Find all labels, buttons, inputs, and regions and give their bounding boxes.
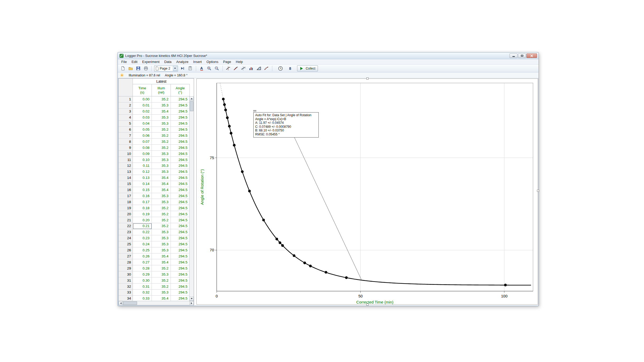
table-cell[interactable]: 35.3 [152, 229, 171, 235]
menu-options[interactable]: Options [204, 59, 221, 65]
horizontal-scroll-thumb[interactable] [123, 301, 137, 305]
scroll-up-button[interactable] [189, 96, 194, 101]
table-cell[interactable]: 294.5 [171, 290, 189, 296]
open-button[interactable] [127, 65, 134, 72]
table-cell[interactable]: 0.08 [133, 145, 152, 151]
table-cell[interactable]: 294.5 [171, 247, 189, 253]
next-page-button[interactable] [179, 65, 186, 72]
table-cell[interactable]: 0.07 [133, 139, 152, 145]
scroll-left-button[interactable] [119, 301, 123, 305]
menu-experiment[interactable]: Experiment [140, 59, 162, 65]
page-selector[interactable]: Page 2 [154, 66, 178, 71]
table-cell[interactable]: 294.5 [171, 271, 189, 277]
table-cell[interactable]: 294.5 [171, 235, 189, 241]
table-cell[interactable]: 35.3 [152, 271, 171, 277]
table-cell[interactable]: 0.04 [133, 121, 152, 127]
print-button[interactable] [142, 65, 149, 72]
table-cell[interactable]: 0.01 [133, 102, 152, 109]
vertical-scroll-thumb[interactable] [190, 101, 193, 111]
table-cell[interactable]: 294.5 [171, 217, 189, 223]
table-cell[interactable]: 35.2 [152, 139, 171, 145]
table-cell[interactable]: 0.30 [133, 277, 152, 283]
table-cell[interactable]: 294.5 [171, 296, 189, 301]
table-cell[interactable]: 35.2 [152, 223, 171, 229]
menu-file[interactable]: File [119, 59, 129, 65]
table-cell[interactable]: 0.03 [133, 115, 152, 121]
interface-button[interactable]: 8 [287, 65, 294, 72]
table-cell[interactable]: 0.16 [133, 193, 152, 199]
table-cell[interactable]: 0.19 [133, 211, 152, 217]
menu-insert[interactable]: Insert [191, 59, 204, 65]
data-browser-button[interactable] [187, 65, 194, 72]
table-cell[interactable]: 35.2 [152, 96, 171, 102]
fit-results-box[interactable]: Auto Fit for: Data Set | Angle of Rotati… [253, 112, 319, 138]
table-cell[interactable]: 35.3 [152, 247, 171, 253]
run-header[interactable]: Latest [133, 79, 190, 84]
table-cell[interactable]: 35.3 [152, 193, 171, 199]
table-cell[interactable]: 0.23 [133, 235, 152, 241]
table-cell[interactable]: 35.2 [152, 145, 171, 151]
table-cell[interactable]: 294.5 [171, 127, 189, 133]
table-horizontal-scrollbar[interactable] [119, 301, 194, 305]
table-cell[interactable]: 0.32 [133, 290, 152, 296]
table-cell[interactable]: 35.4 [152, 187, 171, 193]
table-cell[interactable]: 35.3 [152, 157, 171, 163]
table-cell[interactable]: 35.3 [152, 290, 171, 296]
title-bar[interactable]: Logger Pro - Sucrose kinetics 6M HCl 20p… [118, 52, 539, 59]
table-cell[interactable]: 0.33 [133, 296, 152, 301]
table-cell[interactable]: 294.5 [171, 163, 189, 169]
scroll-down-button[interactable] [189, 297, 194, 301]
table-cell[interactable]: 294.5 [171, 139, 189, 145]
table-cell[interactable]: 294.5 [171, 187, 189, 193]
table-cell[interactable]: 294.5 [171, 109, 189, 115]
table-cell[interactable]: 35.4 [152, 181, 171, 187]
table-cell[interactable]: 0.25 [133, 247, 152, 253]
data-table[interactable]: Latest Time (s) Illum (rel) Angle (°) 10… [118, 78, 194, 305]
table-cell[interactable]: 35.2 [152, 205, 171, 211]
table-cell[interactable]: 0.11 [133, 163, 152, 169]
scroll-track[interactable] [137, 301, 190, 305]
page-selector-dropdown-button[interactable] [173, 66, 177, 71]
table-cell[interactable]: 294.5 [171, 277, 189, 283]
table-cell[interactable]: 294.5 [171, 253, 189, 260]
table-cell[interactable]: 0.31 [133, 283, 152, 290]
table-cell[interactable]: 35.4 [152, 109, 171, 115]
table-cell[interactable]: 35.4 [152, 253, 171, 260]
table-cell[interactable]: 0.05 [133, 127, 152, 133]
statistics-button[interactable] [248, 65, 255, 72]
table-cell[interactable]: 35.3 [152, 169, 171, 175]
table-cell[interactable]: 0.22 [133, 229, 152, 235]
table-cell[interactable]: 35.2 [152, 283, 171, 290]
table-cell[interactable]: 0.29 [133, 271, 152, 277]
interpolate-button[interactable] [240, 65, 247, 72]
new-document-button[interactable] [119, 65, 126, 72]
table-cell[interactable]: 35.3 [152, 121, 171, 127]
resize-handle-right[interactable] [537, 190, 539, 192]
table-cell[interactable]: 294.5 [171, 283, 189, 290]
table-cell[interactable]: 294.5 [171, 102, 189, 109]
table-cell[interactable]: 35.4 [152, 259, 171, 265]
table-cell[interactable]: 0.24 [133, 241, 152, 247]
table-vertical-scrollbar[interactable] [189, 96, 194, 301]
zoom-out-button[interactable] [214, 65, 220, 72]
collect-button[interactable]: Collect [297, 65, 318, 71]
table-cell[interactable]: 294.5 [171, 199, 189, 205]
table-cell[interactable]: 0.14 [133, 181, 152, 187]
table-cell[interactable]: 35.3 [152, 115, 171, 121]
table-cell[interactable]: 35.3 [152, 151, 171, 157]
resize-handle-top[interactable] [366, 77, 369, 80]
table-cell[interactable]: 35.3 [152, 199, 171, 205]
table-cell[interactable]: 0.06 [133, 133, 152, 139]
table-cell[interactable]: 35.2 [152, 277, 171, 283]
graph-object[interactable]: 0501007075Corrected Time (min)Angle of R… [196, 79, 538, 305]
table-cell[interactable]: 0.26 [133, 253, 152, 260]
table-cell[interactable]: 0.27 [133, 259, 152, 265]
table-cell[interactable]: 35.4 [152, 296, 171, 301]
table-cell[interactable]: 35.4 [152, 175, 171, 181]
table-cell[interactable]: 294.5 [171, 193, 189, 199]
examine-button[interactable] [225, 65, 232, 72]
table-cell[interactable]: 0.12 [133, 169, 152, 175]
table-cell[interactable]: 294.5 [171, 205, 189, 211]
table-cell[interactable]: 35.3 [152, 241, 171, 247]
table-cell[interactable]: 35.2 [152, 211, 171, 217]
